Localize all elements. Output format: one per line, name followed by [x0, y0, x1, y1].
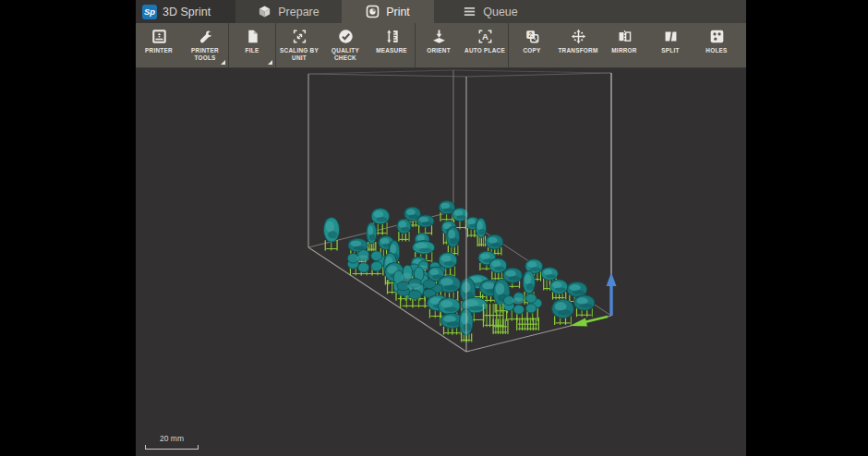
toolbar-button-split[interactable]: SPLIT: [647, 23, 693, 67]
copy-icon: 2: [524, 29, 540, 45]
toolbar-button-scaling-by-unit[interactable]: SCALING BY UNIT: [276, 23, 322, 67]
toolbar-button-printer[interactable]: PRINTER: [136, 23, 182, 67]
toolbar-button-copy[interactable]: 2COPY: [509, 23, 555, 67]
tab-print[interactable]: Print: [342, 0, 434, 23]
scale-bar-label: 20 mm: [145, 434, 199, 443]
holes-icon: [709, 29, 725, 45]
app-logo-section: Sp 3D Sprint: [136, 0, 235, 23]
transform-icon: [571, 29, 586, 45]
mirror-icon: [617, 29, 633, 45]
printer-icon: [151, 29, 167, 45]
wrench-icon: [198, 29, 213, 45]
toolbar-button-holes[interactable]: HOLES: [693, 23, 740, 67]
toolbar-button-label: COPY: [521, 47, 542, 54]
toolbar-button-auto-place[interactable]: AAUTO PLACE: [462, 23, 508, 67]
build-platform-scene[interactable]: [136, 68, 746, 456]
dropdown-corner-icon: [221, 60, 225, 65]
toolbar-button-label: MEASURE: [374, 47, 409, 54]
tab-queue[interactable]: Queue: [434, 0, 547, 23]
toolbar-button-printer-tools[interactable]: PRINTER TOOLS: [182, 23, 228, 67]
toolbar-button-transform[interactable]: TRANSFORM: [555, 23, 601, 67]
menu-icon: [463, 5, 476, 18]
toolbar-button-label: HOLES: [704, 47, 729, 54]
toolbar-button-measure[interactable]: MEASURE: [368, 23, 415, 67]
measure-icon: [384, 29, 400, 45]
toolbar-button-label: FILE: [244, 47, 261, 54]
file-icon: [245, 29, 260, 45]
toolbar-button-quality-check[interactable]: QUALITY CHECK: [322, 23, 368, 67]
scaling-by-unit-icon: [292, 29, 307, 45]
toolbar-button-label: SCALING BY UNIT: [276, 47, 322, 62]
toolbar-button-label: QUALITY CHECK: [322, 47, 368, 62]
toolbar-button-label: AUTO PLACE: [463, 47, 507, 54]
split-icon: [663, 29, 679, 45]
auto-place-icon: A: [477, 29, 493, 45]
tab-label: Print: [386, 6, 410, 18]
scale-bar-bracket: [145, 445, 199, 450]
tab-label: Queue: [483, 6, 518, 18]
toolbar-button-file[interactable]: FILE: [229, 23, 275, 67]
quality-check-icon: [338, 29, 354, 45]
toolbar-button-label: PRINTER: [143, 47, 175, 54]
screen-background: { "app": { "logo_text": "Sp", "title": "…: [0, 0, 868, 456]
toolbar-button-label: ORIENT: [425, 47, 452, 54]
toolbar: PRINTERPRINTER TOOLSFILESCALING BY UNITQ…: [136, 23, 746, 68]
tab-strip: PreparePrintQueue: [235, 0, 746, 23]
top-bar: Sp 3D Sprint PreparePrintQueue: [136, 0, 746, 23]
tab-label: Prepare: [278, 6, 319, 18]
tab-prepare[interactable]: Prepare: [235, 0, 342, 23]
scale-bar: 20 mm: [145, 434, 199, 450]
toolbar-button-mirror[interactable]: MIRROR: [601, 23, 647, 67]
toolbar-button-label: TRANSFORM: [556, 47, 599, 54]
toolbar-button-label: SPLIT: [659, 47, 681, 54]
app-window: Sp 3D Sprint PreparePrintQueue PRINTERPR…: [136, 0, 746, 456]
dropdown-corner-icon: [268, 60, 272, 65]
print-sphere-icon: [366, 5, 380, 18]
toolbar-button-orient[interactable]: ORIENT: [416, 23, 462, 67]
toolbar-button-label: MIRROR: [609, 47, 638, 54]
svg-text:A: A: [482, 31, 488, 42]
orient-icon: [431, 29, 447, 45]
app-logo: Sp: [142, 5, 157, 19]
viewport-3d[interactable]: 20 mm: [136, 68, 746, 456]
app-title: 3D Sprint: [163, 6, 211, 18]
cube-icon: [258, 5, 271, 18]
